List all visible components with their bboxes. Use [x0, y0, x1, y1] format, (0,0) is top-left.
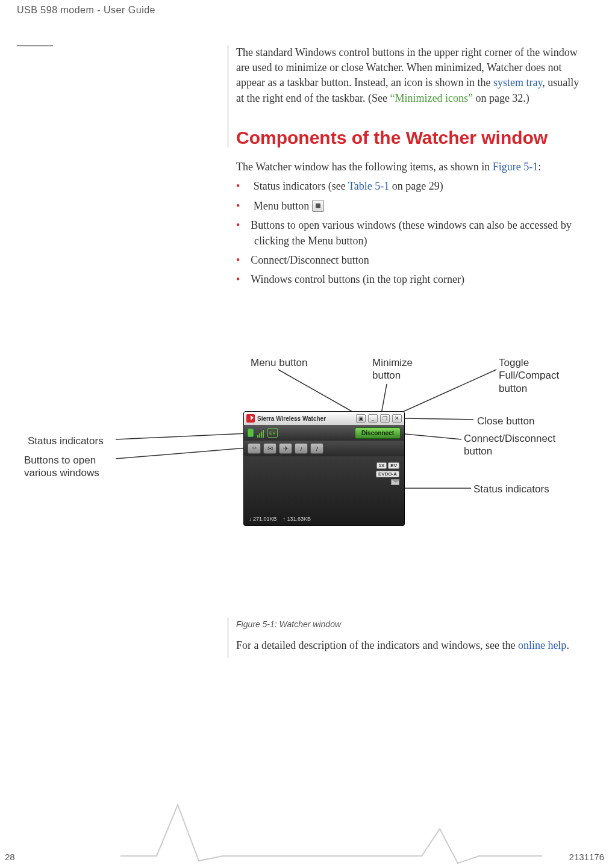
online-help-link[interactable]: online help — [518, 639, 566, 651]
callout-connect-button: Connect/Disconnect button — [464, 432, 536, 458]
margin-rule-top — [228, 45, 228, 147]
badge-evdo-a: EVDO-A — [376, 471, 399, 477]
figure-caption: Figure 5-1: Watcher window — [236, 619, 341, 629]
wifi-tool-button[interactable]: ⌔ — [248, 443, 261, 454]
bullet-0a: Status indicators (see — [254, 180, 348, 192]
bullet-win-controls: Windows control buttons (in the top righ… — [236, 271, 586, 287]
bullet-0b: on page 29) — [389, 180, 443, 192]
closing-paragraph: For a detailed description of the indica… — [236, 638, 586, 657]
closing-b: . — [566, 639, 569, 651]
download-stat: ↓ 271.01KB — [249, 516, 277, 522]
callout-menu-button: Menu button — [251, 356, 308, 369]
upload-stat: ↑ 131.63KB — [283, 516, 311, 522]
header-rule — [17, 45, 53, 46]
menu-button-icon — [312, 200, 324, 212]
running-header: USB 598 modem - User Guide — [17, 5, 155, 16]
sierra-logo-icon — [246, 414, 255, 423]
table-ref-link[interactable]: Table 5-1 — [348, 180, 389, 192]
signal-bars-icon — [257, 428, 264, 438]
music-tool-button[interactable]: ♪ — [295, 443, 308, 454]
page-footer: 28 2131176 — [0, 852, 609, 862]
page-number: 28 — [5, 852, 15, 862]
svg-line-6 — [116, 433, 247, 439]
document-id: 2131176 — [569, 852, 604, 862]
bullet-1-text: Menu button — [254, 200, 312, 212]
help-tool-button[interactable]: ? — [310, 443, 323, 454]
status-indicator-row: EV Disconnect — [244, 425, 404, 441]
callout-toggle-button: Toggle Full/Compact button — [499, 356, 583, 395]
disconnect-button[interactable]: Disconnect — [355, 427, 401, 439]
gps-tool-button[interactable]: ✈ — [279, 443, 292, 454]
svg-line-7 — [116, 448, 247, 459]
bullet-list: Status indicators (see Table 5-1 on page… — [236, 178, 586, 287]
margin-rule-bottom — [228, 617, 228, 658]
bullet-menu-button: Menu button — [236, 198, 586, 214]
badge-1x: 1X — [376, 462, 387, 469]
watcher-window: Sierra Wireless Watcher ▣ _ ❐ ✕ EV Disco… — [243, 411, 405, 526]
callout-buttons-left: Buttons to open various windows — [24, 454, 114, 480]
minimized-icons-link[interactable]: “Minimized icons” — [390, 92, 472, 104]
callout-status-right: Status indicators — [473, 483, 549, 495]
bullet-open-windows: Buttons to open various windows (these w… — [236, 217, 586, 249]
svg-line-4 — [399, 433, 461, 439]
svg-line-0 — [278, 370, 362, 417]
closing-a: For a detailed description of the indica… — [236, 639, 518, 651]
watcher-titlebar: Sierra Wireless Watcher ▣ _ ❐ ✕ — [244, 412, 404, 425]
sms-tool-button[interactable]: ✉ — [263, 443, 276, 454]
transfer-stats: ↓ 271.01KB ↑ 131.63KB — [249, 516, 311, 522]
lead-paragraph: The Watcher window has the following ite… — [236, 160, 586, 175]
section-heading: Components of the Watcher window — [236, 126, 586, 149]
lead-b: : — [538, 161, 541, 173]
callout-status-left: Status indicators — [28, 435, 104, 447]
figure-5-1: Menu button Minimize button Toggle Full/… — [0, 356, 609, 621]
intro-paragraph: The standard Windows control buttons in … — [236, 45, 586, 106]
bullet-status-indicators: Status indicators (see Table 5-1 on page… — [236, 178, 586, 194]
toolbar-row: ⌔ ✉ ✈ ♪ ? — [244, 441, 404, 456]
watcher-content-area: 1X EV EVDO-A ↓ 271.01KB ↑ 131.63KB — [244, 456, 404, 525]
system-tray-link[interactable]: system tray — [493, 76, 542, 88]
ev-indicator: EV — [267, 428, 278, 438]
figure-ref-link[interactable]: Figure 5-1 — [493, 161, 539, 173]
callout-close-button: Close button — [477, 415, 534, 427]
envelope-icon — [391, 479, 399, 485]
badge-ev: EV — [388, 462, 399, 469]
battery-indicator-icon — [248, 428, 254, 438]
watcher-close-button[interactable]: ✕ — [392, 414, 402, 423]
svg-line-3 — [405, 418, 473, 420]
watcher-menu-button[interactable]: ▣ — [356, 414, 366, 423]
watcher-toggle-compact-button[interactable]: ❐ — [380, 414, 390, 423]
bullet-connect: Connect/Disconnect button — [236, 252, 586, 268]
lead-a: The Watcher window has the following ite… — [236, 161, 493, 173]
network-status-indicators: 1X EV EVDO-A — [376, 462, 399, 485]
watcher-title: Sierra Wireless Watcher — [257, 415, 354, 422]
main-content: The standard Windows control buttons in … — [236, 45, 586, 291]
callout-minimize-button: Minimize button — [372, 356, 426, 382]
intro-text-c: on page 32.) — [473, 92, 529, 104]
watcher-minimize-button[interactable]: _ — [368, 414, 378, 423]
